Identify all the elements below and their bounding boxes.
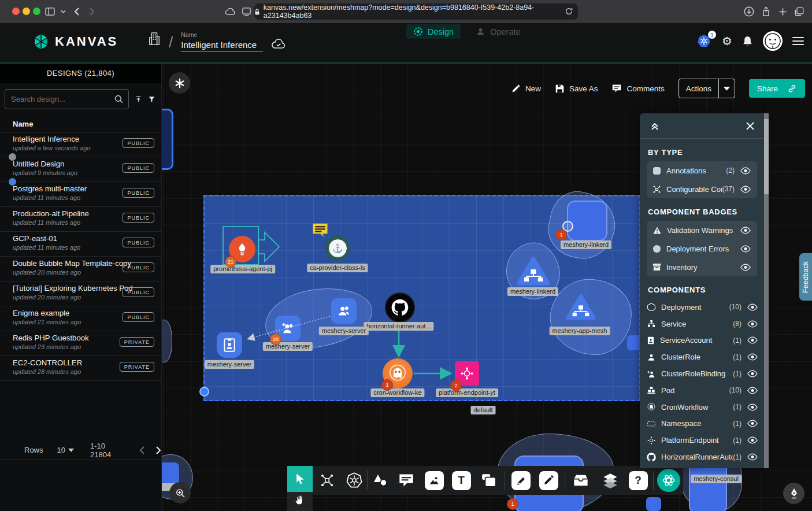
tool-pen[interactable] — [508, 466, 533, 495]
component-row-clusterrolebinding[interactable]: ClusterRoleBinding (1) — [640, 365, 764, 382]
design-row[interactable]: Double Bubble Map Template-copy updated … — [0, 257, 161, 282]
eye-icon[interactable] — [747, 336, 758, 344]
notifications-bell-icon[interactable] — [742, 35, 753, 47]
tool-text[interactable]: T — [448, 466, 474, 495]
node-meshery-linkerd[interactable] — [567, 201, 607, 241]
eye-icon[interactable] — [747, 303, 758, 311]
new-tab-icon[interactable] — [776, 5, 789, 18]
actions-split-button[interactable]: Actions — [678, 79, 735, 98]
icloud-tab-icon[interactable] — [223, 5, 237, 18]
tool-cursor[interactable] — [287, 466, 313, 492]
search-box[interactable] — [5, 89, 129, 109]
next-page-button[interactable] — [156, 446, 161, 454]
component-row-serviceaccount[interactable]: ServiceAccount (1) — [640, 332, 764, 349]
eye-icon[interactable] — [747, 320, 758, 328]
save-as-button[interactable]: Save As — [555, 84, 598, 94]
design-row[interactable]: EC2-CONTROLLER updated 28 minutes ago PR… — [0, 356, 161, 381]
design-row[interactable]: Untitled Design updated 9 minutes ago PU… — [0, 157, 161, 182]
search-input[interactable] — [10, 94, 114, 104]
close-icon[interactable] — [746, 121, 755, 131]
tab-overview-icon[interactable] — [792, 5, 806, 18]
design-row[interactable]: Production-alt Pipeline updated 11 minut… — [0, 207, 161, 232]
eye-icon[interactable] — [740, 227, 751, 234]
component-row-service[interactable]: Service (8) — [640, 316, 764, 332]
organization-icon[interactable] — [148, 31, 161, 46]
pen-mode-button[interactable] — [783, 483, 804, 504]
reader-view-icon[interactable] — [239, 5, 253, 18]
design-row[interactable]: GCP-east-01 updated 11 minutes ago PUBLI… — [0, 232, 161, 257]
tool-meshery[interactable] — [656, 466, 681, 495]
tool-image[interactable] — [421, 466, 447, 495]
refresh-icon[interactable] — [565, 6, 573, 16]
tool-comment[interactable] — [394, 466, 419, 495]
eye-icon[interactable] — [747, 453, 758, 461]
tool-help[interactable]: ? — [625, 466, 651, 495]
region-resize-handle[interactable] — [199, 387, 209, 397]
tool-shapes[interactable] — [368, 466, 393, 495]
design-row[interactable]: Enigma example updated 21 minutes ago PU… — [0, 306, 161, 331]
node-github-runner[interactable] — [385, 292, 415, 323]
badge-row-validation[interactable]: Validation Warnings — [647, 221, 757, 239]
component-row-pod[interactable]: Pod (10) — [640, 382, 764, 399]
layer-row-annotations[interactable]: Annotations (2) — [647, 161, 757, 180]
back-button[interactable] — [69, 5, 83, 18]
address-bar[interactable]: kanvas.new/extension/meshmap?mode=design… — [254, 3, 578, 20]
forward-button[interactable] — [85, 5, 99, 18]
badge-row-inventory[interactable]: Inventory — [647, 258, 757, 276]
maximize-window-button[interactable] — [33, 8, 40, 15]
prev-page-button[interactable] — [139, 446, 144, 454]
zoom-in-button[interactable] — [169, 482, 191, 503]
tab-design[interactable]: Design — [406, 24, 461, 39]
panel-scrollbar-thumb[interactable] — [764, 119, 769, 194]
tool-pencil[interactable] — [536, 466, 561, 495]
design-row[interactable]: Intelligent Inference updated a few seco… — [0, 132, 161, 157]
snap-grid-button[interactable] — [169, 72, 190, 94]
menu-hamburger-icon[interactable] — [792, 35, 804, 47]
eye-icon[interactable] — [747, 403, 758, 411]
eye-icon[interactable] — [747, 387, 758, 394]
comments-button[interactable]: Comments — [611, 84, 664, 93]
actions-caret[interactable] — [719, 87, 735, 91]
eye-icon[interactable] — [747, 436, 758, 444]
node-meshery-server-card[interactable] — [217, 332, 242, 358]
eye-icon[interactable] — [747, 370, 758, 377]
filter-icon[interactable] — [148, 94, 155, 105]
component-row-namespace[interactable]: Namespace (1) — [640, 416, 764, 432]
downloads-icon[interactable] — [742, 5, 756, 18]
k8s-context-switcher[interactable]: 1 — [697, 34, 712, 48]
close-window-button[interactable] — [12, 8, 20, 15]
minimize-window-button[interactable] — [23, 8, 30, 15]
component-row-deployment[interactable]: Deployment (10) — [640, 299, 764, 316]
component-row-platformendpoint[interactable]: PlatformEndpoint (1) — [640, 432, 764, 449]
tool-mesh-component[interactable] — [314, 466, 340, 495]
tab-operate[interactable]: Operate — [469, 24, 527, 39]
eye-icon[interactable] — [747, 420, 758, 427]
new-button[interactable]: New — [511, 84, 541, 94]
eye-icon[interactable] — [740, 186, 751, 193]
user-avatar[interactable] — [763, 31, 783, 51]
eye-icon[interactable] — [740, 167, 751, 175]
badge-row-deployment-errors[interactable]: Deployment Errors — [647, 239, 757, 258]
sidebar-chevron-icon[interactable] — [56, 5, 70, 18]
collapse-icon[interactable] — [649, 120, 661, 132]
tool-pan-hand[interactable] — [287, 492, 313, 511]
layer-row-configurable[interactable]: Configurable Compon (37) — [647, 180, 757, 198]
tool-kubernetes[interactable] — [342, 466, 367, 495]
annotation-comment-icon[interactable] — [312, 222, 329, 238]
tool-sticky-shape[interactable] — [476, 466, 502, 495]
eye-icon[interactable] — [747, 353, 758, 361]
component-row-horizontalrunner[interactable]: HorizontalRunnerAutosc (1) — [640, 449, 764, 465]
node-ca-provider[interactable]: ⚓ — [325, 235, 350, 261]
column-header-name[interactable]: Name — [0, 114, 161, 132]
node-meshery-app-mesh[interactable] — [566, 294, 596, 320]
publish-upload-icon[interactable] — [135, 94, 142, 105]
design-row[interactable]: [Tutorial] Exploring Kubernetes Pod upda… — [0, 282, 161, 306]
node-meshery-server-top[interactable] — [331, 298, 357, 324]
design-row[interactable]: Postgres multi-master updated 11 minutes… — [0, 182, 161, 207]
feedback-tab[interactable]: Feedback — [799, 253, 812, 301]
tool-drawer[interactable] — [568, 466, 594, 495]
kanvas-logo[interactable]: KANVAS — [32, 32, 118, 51]
browser-sidebar-icon[interactable] — [43, 5, 57, 18]
settings-gear-icon[interactable]: ⚙ — [722, 35, 732, 47]
eye-icon[interactable] — [740, 245, 751, 253]
